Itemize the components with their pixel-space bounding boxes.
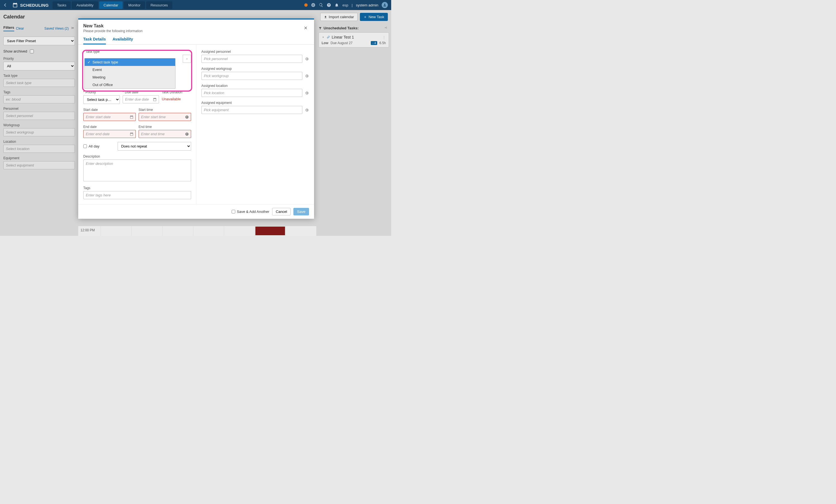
assigned-equipment-input[interactable] [202,106,303,114]
upload-icon [324,15,327,19]
clear-filters-link[interactable]: Clear [16,26,24,31]
search-icon[interactable] [319,3,323,7]
task-type-option-meeting[interactable]: Meeting [85,74,175,81]
calendar-cell[interactable] [254,226,285,236]
task-card-menu[interactable]: ⋮ [382,35,386,39]
unscheduled-title: Unscheduled Tasks: [324,26,359,30]
unscheduled-task-card[interactable]: Linear Test 1 ⋮ Low Due August 27 ··4 6.… [319,33,389,47]
task-card-name: Linear Test 1 [332,35,354,39]
personnel-input[interactable] [3,112,75,120]
header-actions: Import calendar New Task [320,13,388,21]
task-type-option-placeholder[interactable]: Select task type [85,58,175,66]
repeat-select[interactable]: Does not repeat [118,142,191,151]
modal-tags-input[interactable] [83,191,191,199]
start-time-input[interactable] [138,113,191,121]
calendar-event[interactable] [255,227,285,235]
description-textarea[interactable] [83,159,191,181]
gear-icon[interactable] [305,57,309,61]
filters-header: Filters Clear Saved Views (2) [3,24,75,33]
calendar-cell[interactable] [100,226,131,236]
user-icon [383,3,387,7]
all-day-label: All day [89,144,99,148]
filter-icon[interactable] [319,26,322,30]
assigned-equipment-label: Assigned equipment [202,101,309,105]
close-icon [303,26,308,30]
saved-views-link[interactable]: Saved Views (2) [44,26,69,31]
filter-preset-select[interactable]: Save Filter Preset [3,37,75,45]
import-calendar-label: Import calendar [329,15,354,19]
tags-label: Tags [3,90,75,94]
gear-icon[interactable] [305,108,309,112]
priority-select[interactable]: All [3,62,75,71]
task-duration: 6.5h [379,41,386,45]
import-calendar-button[interactable]: Import calendar [320,13,358,21]
plus-icon [363,15,367,19]
workgroup-input[interactable] [3,128,75,136]
nav-tab-monitor[interactable]: Monitor [124,1,145,9]
tags-input[interactable] [3,95,75,103]
modal-close-button[interactable] [302,23,309,33]
task-priority: Low [322,41,328,45]
show-archived-checkbox[interactable] [30,50,34,53]
chevron-right-icon[interactable] [322,36,325,39]
calendar-cell[interactable] [162,226,193,236]
cancel-button[interactable]: Cancel [272,208,290,215]
link-icon [327,36,330,39]
modal-tags-label: Tags [83,186,191,190]
end-date-input[interactable] [83,130,136,138]
personnel-label: Personnel [3,107,75,111]
nav-tab-calendar[interactable]: Calendar [99,1,123,9]
highlight-annotation: Select task type Event Meeting Out of Of… [82,50,192,92]
all-day-checkbox[interactable] [83,144,87,148]
calendar-cell[interactable] [224,226,254,236]
calendar-time-label: 12:00 PM [78,226,100,236]
location-input[interactable] [3,145,75,153]
bell-icon[interactable] [335,3,339,7]
priority-label: Priority [3,57,75,61]
save-button[interactable]: Save [293,208,309,215]
calendar-cell[interactable] [286,226,316,236]
task-type-option-ooo[interactable]: Out of Office [85,81,175,89]
collapse-sidebar-button[interactable] [71,26,75,31]
end-time-label: End time [138,125,191,129]
start-time-label: Start time [138,108,191,112]
equipment-input[interactable] [3,161,75,169]
nav-right: esp | system admin [304,2,391,8]
nav-tabs: Tasks Availability Calendar Monitor Reso… [53,1,172,9]
globe-icon[interactable] [311,3,316,7]
avatar[interactable] [382,2,388,8]
collapse-left-icon [71,26,75,30]
task-due: Due August 27 [330,41,353,45]
start-date-input[interactable] [83,113,136,121]
gear-icon[interactable] [305,74,309,78]
assigned-location-input[interactable] [202,89,303,97]
modal-tab-availability[interactable]: Availability [113,37,133,44]
task-type-option-event[interactable]: Event [85,66,175,74]
back-button[interactable] [0,0,10,10]
nav-tab-resources[interactable]: Resources [146,1,172,9]
help-icon[interactable] [327,3,331,7]
user-name[interactable]: system admin [356,3,378,7]
assigned-personnel-input[interactable] [202,55,303,63]
status-indicator[interactable] [304,3,308,7]
page-title: Calendar [3,14,25,20]
due-date-input[interactable] [123,95,159,103]
gear-icon[interactable] [305,91,309,95]
collapse-right-icon [384,26,387,29]
filters-sidebar: Filters Clear Saved Views (2) Save Filte… [0,24,78,169]
description-label: Description [83,155,191,158]
save-add-another-row[interactable]: Save & Add Another [232,210,269,214]
nav-tab-availability[interactable]: Availability [72,1,98,9]
assigned-location-label: Assigned location [202,84,309,88]
modal-tab-details[interactable]: Task Details [83,37,106,44]
calendar-cell[interactable] [193,226,224,236]
end-time-input[interactable] [138,130,191,138]
new-task-button[interactable]: New Task [360,13,388,21]
tasktype-input[interactable] [3,79,75,87]
save-add-another-checkbox[interactable] [232,210,235,213]
calendar-cell[interactable] [131,226,162,236]
assigned-workgroup-input[interactable] [202,72,303,80]
nav-tab-tasks[interactable]: Tasks [53,1,71,9]
priority-field-select[interactable]: Select task p… [83,95,120,104]
collapse-right-button[interactable] [384,26,389,30]
